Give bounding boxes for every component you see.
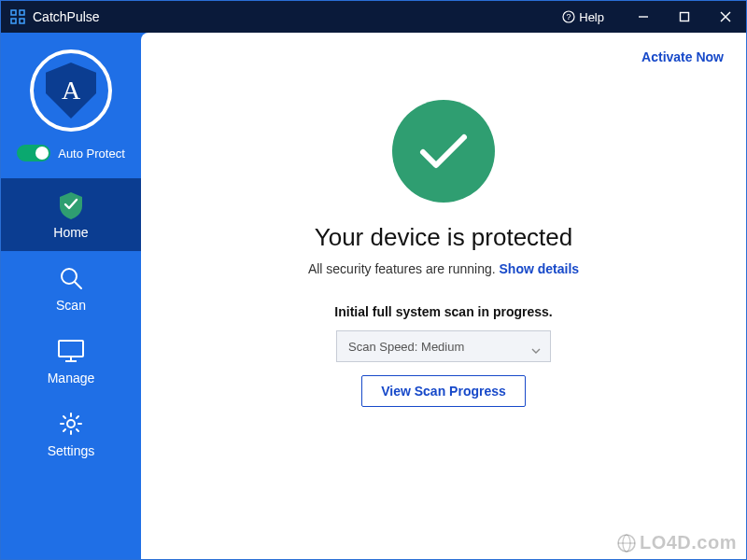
- monitor-icon: [57, 337, 85, 365]
- sidebar-item-label: Manage: [48, 371, 95, 385]
- sidebar-item-settings[interactable]: Settings: [1, 397, 141, 469]
- auto-protect-toggle[interactable]: [17, 145, 50, 161]
- watermark: LO4D.com: [617, 532, 737, 553]
- watermark-text: LO4D.com: [640, 532, 737, 553]
- status-headline: Your device is protected: [315, 223, 573, 252]
- help-link[interactable]: ? Help: [562, 10, 604, 24]
- shield-check-icon: [57, 191, 85, 219]
- svg-line-11: [75, 282, 81, 288]
- sidebar-item-scan[interactable]: Scan: [1, 251, 141, 324]
- app-logo-icon: [10, 9, 25, 24]
- minimize-icon: [638, 11, 649, 22]
- svg-rect-1: [20, 10, 24, 15]
- close-icon: [720, 11, 731, 22]
- sidebar-item-label: Settings: [48, 443, 95, 458]
- window-maximize-button[interactable]: [664, 1, 705, 33]
- svg-point-15: [67, 420, 75, 427]
- sidebar: A Auto Protect Home Scan: [1, 33, 141, 559]
- show-details-link[interactable]: Show details: [500, 261, 580, 276]
- help-label: Help: [579, 10, 604, 24]
- avatar[interactable]: A: [30, 49, 112, 132]
- auto-protect-row: Auto Protect: [17, 145, 125, 161]
- help-icon: ?: [562, 10, 575, 23]
- svg-rect-12: [59, 341, 83, 357]
- shield-icon: A: [46, 63, 96, 119]
- svg-text:?: ?: [567, 12, 571, 21]
- globe-icon: [617, 534, 636, 553]
- sidebar-nav: Home Scan Manage: [1, 178, 141, 469]
- gear-icon: [57, 410, 85, 438]
- sidebar-item-label: Scan: [56, 298, 86, 313]
- activate-link[interactable]: Activate Now: [641, 49, 724, 64]
- svg-rect-3: [20, 19, 24, 23]
- search-icon: [57, 264, 85, 292]
- scan-speed-select[interactable]: Scan Speed: Medium: [336, 330, 551, 362]
- scan-status-text: Initial full system scan in progress.: [334, 304, 552, 319]
- app-title: CatchPulse: [33, 9, 100, 24]
- auto-protect-label: Auto Protect: [58, 147, 125, 161]
- window-close-button[interactable]: [705, 1, 746, 33]
- view-scan-progress-button[interactable]: View Scan Progress: [361, 375, 526, 407]
- chevron-down-icon: [531, 343, 541, 357]
- sidebar-item-label: Home: [53, 225, 88, 240]
- subline-text: All security features are running.: [308, 261, 496, 276]
- sidebar-item-manage[interactable]: Manage: [1, 324, 141, 397]
- app-window: CatchPulse ? Help A Auto Protect: [0, 0, 747, 560]
- svg-rect-2: [11, 19, 16, 23]
- main-panel: Activate Now Your device is protected Al…: [141, 33, 746, 559]
- app-body: A Auto Protect Home Scan: [1, 33, 746, 559]
- svg-rect-0: [11, 10, 16, 15]
- scan-speed-value: Scan Speed: Medium: [348, 340, 464, 354]
- svg-rect-7: [681, 13, 689, 21]
- window-minimize-button[interactable]: [623, 1, 664, 33]
- maximize-icon: [679, 11, 690, 22]
- avatar-letter: A: [62, 76, 80, 105]
- sidebar-item-home[interactable]: Home: [1, 178, 141, 251]
- status-indicator: [392, 100, 495, 203]
- titlebar: CatchPulse ? Help: [1, 1, 746, 33]
- status-subline: All security features are running. Show …: [308, 261, 579, 276]
- checkmark-icon: [417, 132, 470, 171]
